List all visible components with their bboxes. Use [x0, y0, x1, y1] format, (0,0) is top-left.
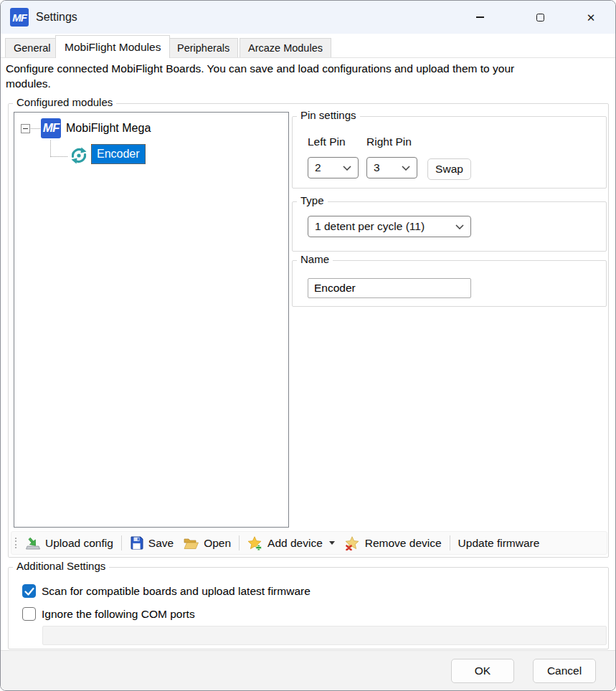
- tab-peripherals[interactable]: Peripherals: [169, 38, 238, 57]
- maximize-icon: [536, 14, 544, 22]
- scan-boards-checkbox[interactable]: [22, 584, 36, 598]
- tab-mobiflight-modules[interactable]: MobiFlight Modules: [55, 35, 170, 58]
- save-button[interactable]: Save: [125, 534, 179, 552]
- left-pin-select[interactable]: 2: [308, 157, 359, 178]
- toolbar-separator: [450, 535, 450, 551]
- update-firmware-button[interactable]: Update firmware: [453, 535, 545, 552]
- right-pin-label: Right Pin: [366, 135, 412, 148]
- toolbar-grip[interactable]: [15, 538, 16, 549]
- device-name-input[interactable]: [308, 278, 471, 298]
- module-toolbar: Upload config Save Open: [11, 531, 607, 555]
- chevron-down-icon: [402, 166, 410, 171]
- settings-window: MF Settings ✕ General MobiFlight Modules…: [0, 0, 616, 691]
- update-firmware-label: Update firmware: [458, 537, 540, 550]
- com-ports-input: [42, 626, 607, 645]
- cancel-button[interactable]: Cancel: [533, 659, 596, 683]
- minimize-icon: [476, 16, 484, 18]
- save-floppy-icon: [130, 536, 143, 550]
- app-logo-icon: MF: [10, 8, 29, 27]
- upload-config-label: Upload config: [45, 537, 113, 550]
- tab-general[interactable]: General: [5, 38, 60, 57]
- encoder-type-select[interactable]: 1 detent per cycle (11): [308, 216, 471, 237]
- add-device-button[interactable]: Add device: [242, 534, 340, 553]
- toolbar-separator: [239, 535, 240, 551]
- tab-description: Configure connected MobiFlight Boards. Y…: [6, 61, 551, 91]
- tab-label: Peripherals: [177, 42, 229, 54]
- tree-collapse-toggle[interactable]: [21, 124, 30, 133]
- tree-connector: [31, 128, 40, 129]
- maximize-button[interactable]: [523, 1, 556, 33]
- upload-config-button[interactable]: Upload config: [21, 534, 118, 553]
- tab-label: Arcaze Modules: [248, 42, 323, 54]
- window-title: Settings: [36, 11, 77, 24]
- titlebar: MF Settings ✕: [1, 1, 615, 34]
- remove-device-star-icon: [345, 536, 360, 551]
- collapse-icon: [23, 128, 28, 129]
- ignore-com-ports-label: Ignore the following COM ports: [42, 608, 195, 621]
- toolbar-separator: [121, 535, 122, 551]
- close-button[interactable]: ✕: [574, 1, 607, 33]
- dropdown-caret-icon: [329, 541, 335, 545]
- pin-settings-group-label: Pin settings: [297, 109, 360, 121]
- add-device-star-icon: [247, 536, 262, 551]
- add-device-label: Add device: [267, 537, 323, 550]
- additional-settings-group-label: Additional Settings: [13, 560, 109, 572]
- upload-icon: [26, 536, 40, 551]
- tab-label: General: [14, 42, 51, 54]
- tree-connector: [50, 140, 51, 157]
- chevron-down-icon: [343, 166, 351, 171]
- save-label: Save: [148, 537, 174, 550]
- swap-button[interactable]: Swap: [427, 158, 471, 180]
- name-group-label: Name: [297, 253, 333, 265]
- ok-button[interactable]: OK: [451, 659, 514, 683]
- chevron-down-icon: [455, 224, 464, 229]
- tab-label: MobiFlight Modules: [65, 41, 161, 54]
- dialog-footer: OK Cancel: [1, 650, 615, 691]
- tree-node-device-selected[interactable]: Encoder: [91, 144, 146, 164]
- open-button[interactable]: Open: [179, 535, 236, 552]
- right-pin-value: 3: [374, 161, 380, 174]
- minimize-button[interactable]: [463, 1, 496, 33]
- tree-node-module[interactable]: MobiFlight Mega: [66, 122, 151, 135]
- tab-arcaze-modules[interactable]: Arcaze Modules: [240, 38, 331, 57]
- name-group: Name: [292, 260, 607, 307]
- left-pin-value: 2: [315, 161, 321, 174]
- encoder-type-value: 1 detent per cycle (11): [315, 220, 425, 233]
- ignore-com-ports-checkbox[interactable]: [22, 607, 36, 621]
- checkmark-icon: [23, 585, 36, 598]
- type-group-label: Type: [297, 194, 328, 206]
- open-folder-icon: [184, 537, 199, 550]
- type-group: Type 1 detent per cycle (11): [292, 201, 607, 252]
- configured-modules-group-label: Configured modules: [13, 96, 116, 108]
- scan-boards-label: Scan for compatible boards and upload la…: [42, 585, 311, 598]
- right-pin-select[interactable]: 3: [366, 157, 417, 178]
- module-tree[interactable]: MF MobiFlight Mega Encoder: [14, 112, 289, 528]
- remove-device-label: Remove device: [365, 537, 442, 550]
- pin-settings-group: Pin settings Left Pin Right Pin 2 3 Swap: [292, 116, 607, 189]
- close-icon: ✕: [587, 12, 596, 23]
- tree-connector: [51, 156, 67, 157]
- remove-device-button[interactable]: Remove device: [340, 534, 447, 553]
- mobiflight-board-icon: MF: [41, 118, 61, 138]
- encoder-icon: [69, 146, 89, 166]
- left-pin-label: Left Pin: [308, 135, 346, 148]
- open-label: Open: [204, 537, 231, 550]
